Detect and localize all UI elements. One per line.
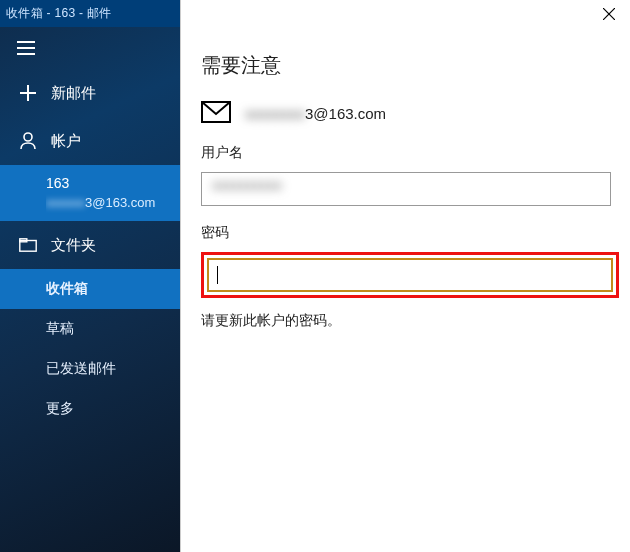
folder-item[interactable]: 更多 — [0, 389, 180, 429]
attention-panel: 需要注意 xxxxxxxx3@163.com 用户名 xxxxxxxxxx 密码 — [180, 0, 630, 552]
folder-item[interactable]: 收件箱 — [0, 269, 180, 309]
hamburger-icon — [17, 41, 35, 55]
password-hint: 请更新此帐户的密码。 — [201, 312, 610, 330]
panel-title: 需要注意 — [201, 52, 610, 79]
svg-point-5 — [24, 133, 32, 141]
window-title: 收件箱 - 163 - 邮件 — [0, 0, 180, 27]
svg-rect-2 — [17, 53, 35, 55]
folders-label: 文件夹 — [51, 236, 96, 255]
folders-button[interactable]: 文件夹 — [0, 221, 180, 269]
accounts-button[interactable]: 帐户 — [0, 117, 180, 165]
svg-rect-0 — [17, 41, 35, 43]
new-mail-label: 新邮件 — [51, 84, 96, 103]
folder-item[interactable]: 已发送邮件 — [0, 349, 180, 389]
account-email-row: xxxxxxxx3@163.com — [201, 101, 610, 126]
account-name: 163 — [46, 173, 180, 193]
svg-rect-1 — [17, 47, 35, 49]
password-highlight — [201, 252, 619, 298]
new-mail-button[interactable]: 新邮件 — [0, 69, 180, 117]
password-input[interactable] — [207, 258, 613, 292]
account-email: xxxxxxxx3@163.com — [245, 105, 386, 122]
close-button[interactable] — [594, 4, 624, 26]
username-input[interactable]: xxxxxxxxxx — [201, 172, 611, 206]
account-address: xxxxxx3@163.com — [46, 193, 180, 213]
plus-icon — [17, 85, 39, 101]
envelope-icon — [201, 101, 231, 126]
svg-rect-4 — [20, 92, 36, 94]
folder-item[interactable]: 草稿 — [0, 309, 180, 349]
text-caret — [217, 266, 218, 284]
accounts-label: 帐户 — [51, 132, 81, 151]
folder-icon — [17, 238, 39, 252]
username-label: 用户名 — [201, 144, 610, 162]
account-selected[interactable]: 163 xxxxxx3@163.com — [0, 165, 180, 221]
person-icon — [17, 132, 39, 150]
password-label: 密码 — [201, 224, 610, 242]
close-icon — [603, 7, 615, 23]
mail-sidebar: 收件箱 - 163 - 邮件 新邮件 帐户 163 — [0, 0, 180, 552]
hamburger-menu-button[interactable] — [0, 27, 180, 69]
